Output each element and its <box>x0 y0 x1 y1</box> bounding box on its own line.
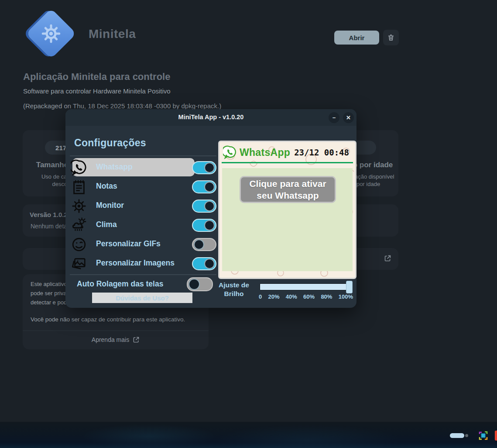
tick-label: 40% <box>286 293 297 300</box>
setting-label: Clima <box>96 220 117 229</box>
toggle-knob <box>204 258 215 269</box>
tick-label: 20% <box>268 293 280 300</box>
weather-icon <box>71 217 87 234</box>
monitor-toggle[interactable] <box>192 200 216 213</box>
version-title: Versão 1.0.20 <box>30 211 71 218</box>
setting-label: Personalizar Imagens <box>96 258 175 268</box>
whatsapp-logo-icon <box>223 145 237 159</box>
toggle-knob <box>204 220 215 231</box>
setting-row-whatsapp[interactable]: Whatsapp <box>69 158 217 177</box>
toggle-knob <box>204 162 215 173</box>
open-button[interactable]: Abrir <box>334 31 379 45</box>
slider-knob[interactable] <box>346 281 353 293</box>
whatsapp-icon <box>71 159 87 176</box>
setting-row-monitor[interactable]: Monitor <box>69 196 217 216</box>
setting-label: Monitor <box>96 201 124 210</box>
autoscroll-toggle[interactable] <box>187 277 213 291</box>
app-subtitle: Software para controlar Hardware Minitel… <box>23 87 171 95</box>
divider <box>70 274 216 275</box>
gear-icon <box>40 23 62 45</box>
desktop-screen: Minitela Abrir Aplicação Minitela para c… <box>0 0 497 448</box>
taskbar-dot[interactable] <box>465 434 468 437</box>
notepad-icon <box>71 179 87 195</box>
app-logo <box>25 7 78 61</box>
setting-row-notas[interactable]: Notas <box>69 177 217 196</box>
screenshot-tool-icon[interactable] <box>479 431 488 440</box>
setting-row-gifs[interactable]: Personalizar GIFs <box>69 235 217 254</box>
desktop-wallpaper-strip <box>0 422 497 448</box>
images-icon <box>71 255 87 272</box>
preview-datetime: 23/12 00:48 <box>294 148 349 157</box>
toggle-knob <box>189 279 200 290</box>
setting-label: Whatsapp <box>96 162 133 172</box>
toggle-knob <box>194 239 204 250</box>
taskbar-app-sliver[interactable] <box>495 431 497 441</box>
gifs-toggle[interactable] <box>192 238 216 251</box>
smiley-icon <box>71 236 87 253</box>
trash-icon <box>387 34 395 41</box>
repack-note: (Repackaged on Thu, 18 Dec 2025 18:03:48… <box>23 102 221 110</box>
gear-icon <box>71 198 87 214</box>
tick-label: 100% <box>339 293 353 300</box>
brightness-slider[interactable] <box>260 283 352 290</box>
external-link-icon <box>384 255 391 262</box>
taskbar-indicator-pill[interactable] <box>450 433 464 438</box>
tick-label: 0 <box>259 293 262 300</box>
notas-toggle[interactable] <box>192 180 216 193</box>
minimize-button[interactable]: − <box>329 112 339 123</box>
divider <box>23 331 209 331</box>
setting-row-imagens[interactable]: Personalizar Imagens <box>69 254 217 273</box>
row-highlight <box>72 158 195 176</box>
learn-more-label: Aprenda mais <box>92 336 129 343</box>
page-title: Minitela <box>89 27 136 41</box>
clima-toggle[interactable] <box>192 219 216 232</box>
setting-label: Notas <box>96 182 117 191</box>
app-headline: Aplicação Minitela para controle <box>23 71 170 83</box>
tick-label: 80% <box>321 293 332 300</box>
warning-note: Você pode não ser capaz de contribuir pa… <box>31 316 205 323</box>
settings-heading: Configurações <box>74 137 146 149</box>
toggle-knob <box>204 201 215 211</box>
whatsapp-wordmark: WhatsApp <box>240 147 290 159</box>
setting-row-clima[interactable]: Clima <box>69 216 217 235</box>
chat-panel: Clique para ativar seu Whatsapp <box>222 168 353 271</box>
toggle-knob <box>204 182 215 192</box>
green-divider <box>222 162 353 163</box>
activate-whatsapp-button[interactable]: Clique para ativar seu Whatsapp <box>240 176 336 203</box>
setting-label: Personalizar GIFs <box>96 239 161 248</box>
whatsapp-toggle[interactable] <box>192 161 216 174</box>
autoscroll-label: Auto Rolagem das telas <box>77 279 163 289</box>
brightness-label: Ajuste de Brilho <box>214 281 254 298</box>
learn-more-link[interactable]: Aprenda mais <box>23 336 209 343</box>
imagens-toggle[interactable] <box>192 257 216 270</box>
close-button[interactable]: ✕ <box>343 112 354 123</box>
dialog-title: MiniTela App - v1.0.20 <box>65 114 356 121</box>
whatsapp-preview: WhatsApp 23/12 00:48 Clique para ativar … <box>218 141 356 279</box>
uninstall-button[interactable] <box>383 30 399 45</box>
divider <box>70 155 216 156</box>
preview-header: WhatsApp 23/12 00:48 <box>219 142 355 162</box>
tick-label: 60% <box>303 293 315 300</box>
external-link-icon <box>133 336 140 343</box>
brightness-ticks: 0 20% 40% 60% 80% 100% <box>259 293 353 300</box>
help-button[interactable]: Dúvidas de Uso? <box>92 293 192 303</box>
minitela-dialog: MiniTela App - v1.0.20 − ✕ Configurações… <box>65 109 356 308</box>
